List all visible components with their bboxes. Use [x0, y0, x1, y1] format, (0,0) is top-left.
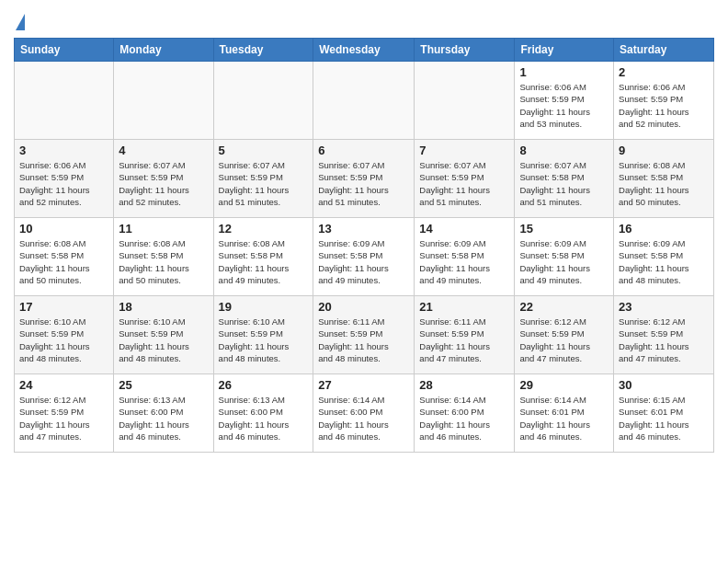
calendar-cell: 12Sunrise: 6:08 AMSunset: 5:58 PMDayligh…: [213, 218, 313, 296]
day-info: Sunrise: 6:06 AMSunset: 5:59 PMDaylight:…: [19, 159, 108, 208]
day-info: Sunrise: 6:06 AMSunset: 5:59 PMDaylight:…: [619, 81, 709, 130]
day-number: 14: [419, 222, 509, 236]
calendar-cell: 17Sunrise: 6:10 AMSunset: 5:59 PMDayligh…: [15, 296, 114, 374]
calendar-cell: 18Sunrise: 6:10 AMSunset: 5:59 PMDayligh…: [114, 296, 213, 374]
weekday-header-monday: Monday: [114, 39, 213, 62]
calendar-cell: 15Sunrise: 6:09 AMSunset: 5:58 PMDayligh…: [515, 218, 614, 296]
day-number: 29: [519, 378, 609, 392]
day-number: 6: [318, 144, 409, 157]
day-info: Sunrise: 6:07 AMSunset: 5:59 PMDaylight:…: [419, 159, 509, 208]
weekday-header-saturday: Saturday: [614, 39, 714, 62]
day-number: 23: [619, 300, 709, 314]
day-info: Sunrise: 6:14 AMSunset: 6:00 PMDaylight:…: [318, 394, 409, 442]
page: SundayMondayTuesdayWednesdayThursdayFrid…: [0, 0, 728, 466]
day-info: Sunrise: 6:09 AMSunset: 5:58 PMDaylight:…: [318, 237, 409, 286]
logo-triangle-icon: [16, 14, 25, 30]
calendar-cell: 21Sunrise: 6:11 AMSunset: 5:59 PMDayligh…: [415, 296, 515, 374]
calendar-cell: 3Sunrise: 6:06 AMSunset: 5:59 PMDaylight…: [15, 140, 114, 218]
weekday-header-thursday: Thursday: [415, 39, 515, 62]
day-number: 5: [219, 144, 309, 157]
day-info: Sunrise: 6:07 AMSunset: 5:58 PMDaylight:…: [519, 159, 609, 208]
day-info: Sunrise: 6:14 AMSunset: 6:00 PMDaylight:…: [419, 394, 509, 442]
day-info: Sunrise: 6:09 AMSunset: 5:58 PMDaylight:…: [619, 237, 709, 286]
calendar-cell: 4Sunrise: 6:07 AMSunset: 5:59 PMDaylight…: [114, 140, 213, 218]
calendar-cell: 2Sunrise: 6:06 AMSunset: 5:59 PMDaylight…: [614, 62, 714, 140]
calendar-cell: 29Sunrise: 6:14 AMSunset: 6:01 PMDayligh…: [515, 374, 614, 453]
weekday-header-tuesday: Tuesday: [213, 39, 313, 62]
day-info: Sunrise: 6:10 AMSunset: 5:59 PMDaylight:…: [119, 316, 208, 364]
calendar-cell: 30Sunrise: 6:15 AMSunset: 6:01 PMDayligh…: [614, 374, 714, 453]
calendar-cell: 1Sunrise: 6:06 AMSunset: 5:59 PMDaylight…: [515, 62, 614, 140]
calendar-cell: 16Sunrise: 6:09 AMSunset: 5:58 PMDayligh…: [614, 218, 714, 296]
weekday-header-friday: Friday: [515, 39, 614, 62]
calendar-cell: 25Sunrise: 6:13 AMSunset: 6:00 PMDayligh…: [114, 374, 213, 453]
day-number: 22: [519, 300, 609, 314]
week-row-1: 1Sunrise: 6:06 AMSunset: 5:59 PMDaylight…: [15, 62, 714, 140]
calendar-cell: [114, 62, 213, 140]
day-info: Sunrise: 6:09 AMSunset: 5:58 PMDaylight:…: [519, 237, 609, 286]
day-number: 25: [119, 378, 208, 392]
weekday-header-sunday: Sunday: [15, 39, 114, 62]
day-number: 28: [419, 378, 509, 392]
day-number: 2: [619, 65, 709, 79]
logo: [14, 14, 25, 30]
day-number: 9: [619, 144, 709, 157]
calendar-cell: 19Sunrise: 6:10 AMSunset: 5:59 PMDayligh…: [213, 296, 313, 374]
day-info: Sunrise: 6:09 AMSunset: 5:58 PMDaylight:…: [419, 237, 509, 286]
day-number: 10: [19, 222, 108, 236]
day-number: 21: [419, 300, 509, 314]
header: [14, 9, 714, 30]
calendar-cell: 26Sunrise: 6:13 AMSunset: 6:00 PMDayligh…: [213, 374, 313, 453]
calendar-cell: 9Sunrise: 6:08 AMSunset: 5:58 PMDaylight…: [614, 140, 714, 218]
weekday-header-wednesday: Wednesday: [313, 39, 415, 62]
week-row-2: 3Sunrise: 6:06 AMSunset: 5:59 PMDaylight…: [15, 140, 714, 218]
day-info: Sunrise: 6:08 AMSunset: 5:58 PMDaylight:…: [19, 237, 108, 286]
day-number: 20: [318, 300, 409, 314]
calendar-cell: 6Sunrise: 6:07 AMSunset: 5:59 PMDaylight…: [313, 140, 415, 218]
day-info: Sunrise: 6:07 AMSunset: 5:59 PMDaylight:…: [219, 159, 309, 208]
calendar-cell: 13Sunrise: 6:09 AMSunset: 5:58 PMDayligh…: [313, 218, 415, 296]
day-number: 27: [318, 378, 409, 392]
calendar-cell: [313, 62, 415, 140]
calendar-table: SundayMondayTuesdayWednesdayThursdayFrid…: [14, 38, 714, 453]
day-number: 7: [419, 144, 509, 157]
day-number: 17: [19, 300, 108, 314]
day-info: Sunrise: 6:06 AMSunset: 5:59 PMDaylight:…: [519, 81, 609, 130]
day-info: Sunrise: 6:14 AMSunset: 6:01 PMDaylight:…: [519, 394, 609, 442]
day-number: 30: [619, 378, 709, 392]
day-info: Sunrise: 6:07 AMSunset: 5:59 PMDaylight:…: [318, 159, 409, 208]
day-number: 3: [19, 144, 108, 157]
day-info: Sunrise: 6:10 AMSunset: 5:59 PMDaylight:…: [19, 316, 108, 364]
day-number: 13: [318, 222, 409, 236]
day-number: 1: [519, 65, 609, 79]
day-info: Sunrise: 6:10 AMSunset: 5:59 PMDaylight:…: [219, 316, 309, 364]
week-row-3: 10Sunrise: 6:08 AMSunset: 5:58 PMDayligh…: [15, 218, 714, 296]
weekday-header-row: SundayMondayTuesdayWednesdayThursdayFrid…: [15, 39, 714, 62]
day-number: 19: [219, 300, 309, 314]
day-info: Sunrise: 6:11 AMSunset: 5:59 PMDaylight:…: [419, 316, 509, 364]
calendar-cell: 10Sunrise: 6:08 AMSunset: 5:58 PMDayligh…: [15, 218, 114, 296]
day-info: Sunrise: 6:13 AMSunset: 6:00 PMDaylight:…: [119, 394, 208, 442]
day-info: Sunrise: 6:15 AMSunset: 6:01 PMDaylight:…: [619, 394, 709, 442]
day-info: Sunrise: 6:12 AMSunset: 5:59 PMDaylight:…: [519, 316, 609, 364]
calendar-cell: 28Sunrise: 6:14 AMSunset: 6:00 PMDayligh…: [415, 374, 515, 453]
calendar-cell: 14Sunrise: 6:09 AMSunset: 5:58 PMDayligh…: [415, 218, 515, 296]
calendar-cell: 5Sunrise: 6:07 AMSunset: 5:59 PMDaylight…: [213, 140, 313, 218]
week-row-4: 17Sunrise: 6:10 AMSunset: 5:59 PMDayligh…: [15, 296, 714, 374]
day-info: Sunrise: 6:11 AMSunset: 5:59 PMDaylight:…: [318, 316, 409, 364]
day-number: 8: [519, 144, 609, 157]
day-number: 4: [119, 144, 208, 157]
week-row-5: 24Sunrise: 6:12 AMSunset: 5:59 PMDayligh…: [15, 374, 714, 453]
day-number: 24: [19, 378, 108, 392]
day-info: Sunrise: 6:08 AMSunset: 5:58 PMDaylight:…: [219, 237, 309, 286]
day-number: 16: [619, 222, 709, 236]
calendar-cell: 27Sunrise: 6:14 AMSunset: 6:00 PMDayligh…: [313, 374, 415, 453]
day-info: Sunrise: 6:12 AMSunset: 5:59 PMDaylight:…: [619, 316, 709, 364]
calendar-cell: 11Sunrise: 6:08 AMSunset: 5:58 PMDayligh…: [114, 218, 213, 296]
day-number: 15: [519, 222, 609, 236]
calendar-cell: 20Sunrise: 6:11 AMSunset: 5:59 PMDayligh…: [313, 296, 415, 374]
calendar-cell: 8Sunrise: 6:07 AMSunset: 5:58 PMDaylight…: [515, 140, 614, 218]
day-info: Sunrise: 6:08 AMSunset: 5:58 PMDaylight:…: [119, 237, 208, 286]
calendar-cell: 23Sunrise: 6:12 AMSunset: 5:59 PMDayligh…: [614, 296, 714, 374]
day-info: Sunrise: 6:07 AMSunset: 5:59 PMDaylight:…: [119, 159, 208, 208]
